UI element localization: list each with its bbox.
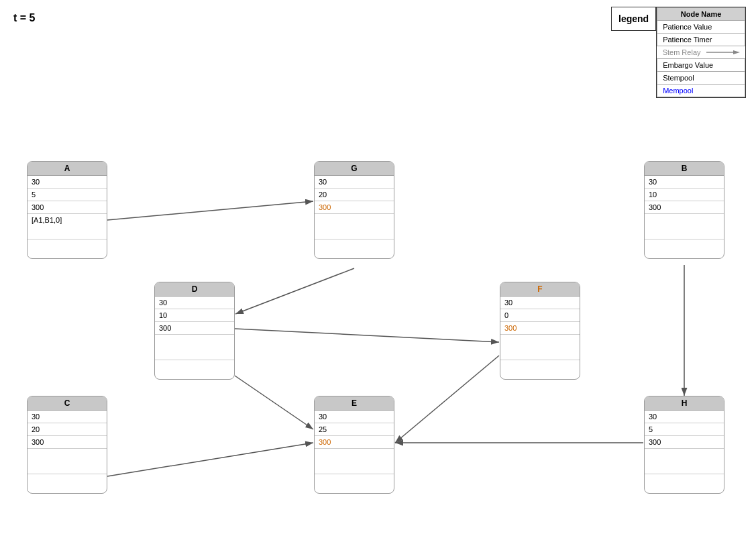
legend-container: legend Node Name Patience Value Patience… [611,7,746,98]
legend-row-stempool: Stempool [657,72,745,85]
node-F-header: F [500,282,580,297]
legend-title: legend [611,7,656,31]
node-H-header: H [645,396,724,411]
node-A-header: A [28,162,107,176]
svg-marker-1 [733,50,740,54]
node-C: C 30 20 300 [27,396,107,494]
node-F: F 30 0 300 [500,282,580,380]
node-A-patience-value: 30 [28,176,107,189]
node-D-header: D [155,282,234,297]
node-H-patience-value: 30 [645,411,724,423]
legend-row-mempool: Mempool [657,85,745,97]
node-G-mempool [315,239,394,258]
node-B: B 30 10 300 [644,161,724,259]
node-F-patience-value: 30 [500,297,580,309]
node-E-embargo: 300 [315,436,394,449]
node-B-mempool [645,239,724,258]
node-A: A 30 5 300 [A1,B1,0] [27,161,107,259]
node-D-stempool [155,335,234,360]
node-H-patience-timer: 5 [645,423,724,436]
node-E-header: E [315,396,394,411]
node-G-stempool [315,214,394,239]
t-label: t = 5 [13,12,35,24]
node-H-stempool [645,449,724,474]
node-G-patience-timer: 20 [315,189,394,201]
node-E-patience-value: 30 [315,411,394,423]
arrow-D-E [235,376,313,429]
node-C-patience-value: 30 [28,411,107,423]
node-E-stempool [315,449,394,474]
node-C-stempool [28,449,107,474]
node-F-mempool [500,360,580,379]
node-C-patience-timer: 20 [28,423,107,436]
legend-row-patience-timer: Patience Timer [657,34,745,46]
node-G: G 30 20 300 [314,161,394,259]
node-D-patience-value: 30 [155,297,234,309]
arrow-F-E [395,356,499,443]
node-F-stempool [500,335,580,360]
arrow-A-G [107,201,313,220]
node-D: D 30 10 300 [154,282,235,380]
node-G-embargo: 300 [315,201,394,214]
node-C-embargo: 300 [28,436,107,449]
node-G-header: G [315,162,394,176]
node-E-mempool [315,474,394,493]
node-D-patience-timer: 10 [155,309,234,322]
node-H: H 30 5 300 [644,396,724,494]
node-F-patience-timer: 0 [500,309,580,322]
legend-table: Node Name Patience Value Patience Timer … [656,7,746,98]
arrow-G-D [235,268,354,314]
node-A-patience-timer: 5 [28,189,107,201]
arrow-C-E [107,443,313,476]
legend-row-embargo: Embargo Value [657,59,745,72]
node-D-mempool [155,360,234,379]
node-H-embargo: 300 [645,436,724,449]
node-A-mempool [28,239,107,258]
node-B-stempool [645,214,724,239]
legend-row-stem-relay: Stem Relay [657,46,745,58]
node-G-patience-value: 30 [315,176,394,189]
node-H-mempool [645,474,724,493]
node-B-patience-value: 30 [645,176,724,189]
node-C-header: C [28,396,107,411]
node-B-header: B [645,162,724,176]
legend-header: Node Name [657,8,745,21]
node-A-stempool: [A1,B1,0] [28,214,107,239]
node-C-mempool [28,474,107,493]
node-E: E 30 25 300 [314,396,394,494]
legend-row-patience-value: Patience Value [657,21,745,34]
node-B-embargo: 300 [645,201,724,214]
node-D-embargo: 300 [155,322,234,335]
node-E-patience-timer: 25 [315,423,394,436]
node-A-embargo: 300 [28,201,107,214]
arrow-D-F [235,329,499,342]
node-B-patience-timer: 10 [645,189,724,201]
node-F-embargo: 300 [500,322,580,335]
